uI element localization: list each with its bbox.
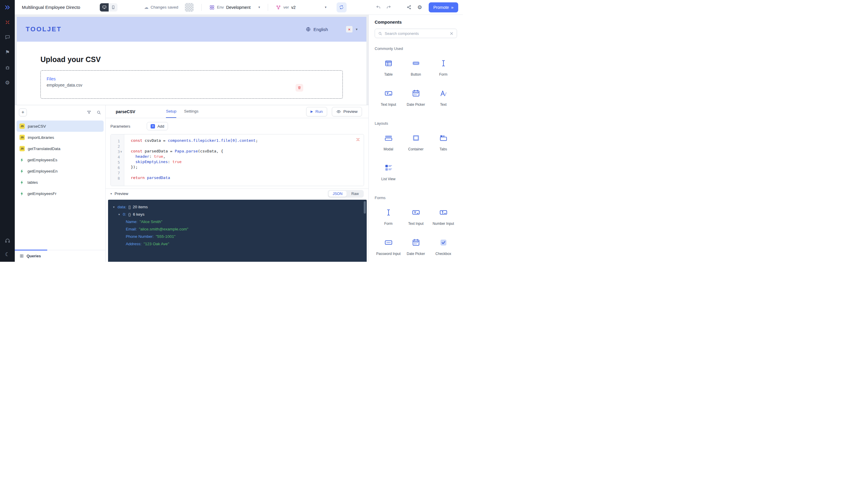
js-query-icon: JS bbox=[20, 135, 25, 140]
app-name-input[interactable]: Multilingual Employee Directory bbox=[22, 5, 80, 10]
query-list-item[interactable]: JSgetTranslatedData bbox=[17, 143, 104, 154]
tab-setup[interactable]: Setup bbox=[166, 105, 176, 118]
query-name: parseCSV bbox=[28, 124, 46, 128]
promote-button[interactable]: Promote » bbox=[429, 2, 458, 12]
language-switcher[interactable]: English × ▾ bbox=[306, 26, 358, 32]
component-card-date-picker[interactable]: Date Picker bbox=[402, 236, 430, 256]
component-card-container[interactable]: Container bbox=[402, 132, 430, 151]
expand-editor-icon[interactable] bbox=[356, 137, 360, 142]
code-line bbox=[131, 170, 364, 175]
js-query-icon: JS bbox=[20, 123, 25, 129]
mobile-icon[interactable] bbox=[108, 3, 118, 11]
query-list-item[interactable]: JSparseCSV bbox=[17, 120, 104, 132]
app-settings-icon[interactable]: ⚙ bbox=[417, 4, 422, 11]
json-tree-row[interactable]: ▼0:{}6 keys bbox=[112, 211, 367, 218]
device-toggle[interactable] bbox=[100, 3, 118, 11]
query-title: parseCSV bbox=[116, 109, 135, 114]
component-card-text-input[interactable]: Text Input bbox=[375, 87, 402, 107]
component-card-text-input[interactable]: Text Input bbox=[402, 206, 430, 226]
bug-icon[interactable] bbox=[5, 65, 10, 70]
preview-button[interactable]: Preview bbox=[332, 107, 362, 116]
query-list: + JSparseCSVJSimportLibrariesJSgetTransl… bbox=[15, 105, 106, 262]
components-title: Components bbox=[375, 20, 457, 25]
query-list-item[interactable]: JSimportLibraries bbox=[17, 132, 104, 143]
collapse-arrow-icon[interactable]: ▾ bbox=[111, 192, 112, 195]
tooljet-logo-icon[interactable] bbox=[0, 0, 15, 15]
debugger-flag-icon[interactable]: ⚑ bbox=[5, 49, 10, 56]
add-query-button[interactable]: + bbox=[19, 109, 27, 116]
tab-settings[interactable]: Settings bbox=[184, 105, 198, 118]
line-number: 8 bbox=[111, 175, 124, 181]
component-card-form[interactable]: Form bbox=[430, 57, 457, 77]
component-card-tabs[interactable]: Tabs bbox=[430, 132, 457, 151]
json-tree-row[interactable]: ▼data:[]20 items bbox=[112, 203, 367, 211]
component-card-list-view[interactable]: List View bbox=[375, 161, 402, 181]
app-body: Upload your CSV Files employee_data.csv bbox=[17, 42, 366, 99]
component-card-date-picker[interactable]: Date Picker bbox=[402, 87, 430, 107]
version-value: v2 bbox=[291, 5, 296, 10]
tabs-icon bbox=[437, 132, 450, 144]
json-tree-row[interactable]: Email:"alice.smith@example.com" bbox=[112, 225, 367, 233]
component-card-text[interactable]: Text bbox=[430, 87, 457, 107]
code-editor[interactable]: 123∨45678 const csvData = components.fil… bbox=[111, 134, 364, 186]
mode-raw[interactable]: Raw bbox=[347, 191, 363, 197]
workflow-zap-icon bbox=[20, 157, 25, 163]
clear-search-icon[interactable] bbox=[450, 31, 454, 36]
query-list-item[interactable]: getEmployeesEs bbox=[17, 154, 104, 166]
json-key: Address: bbox=[126, 242, 142, 246]
query-list-item[interactable]: lables bbox=[17, 177, 104, 188]
component-card-checkbox[interactable]: Checkbox bbox=[430, 236, 457, 256]
mode-json[interactable]: JSON bbox=[329, 191, 347, 197]
json-tree-row[interactable]: Phone Number:"555-1001" bbox=[112, 233, 367, 240]
json-tree-row[interactable]: Address:"123 Oak Ave" bbox=[112, 240, 367, 248]
component-card-table[interactable]: Table bbox=[375, 57, 402, 77]
settings-gear-icon[interactable]: ⚙ bbox=[5, 80, 10, 86]
search-icon[interactable] bbox=[96, 110, 101, 115]
environment-dropdown[interactable]: Env Development ▾ bbox=[209, 5, 260, 10]
query-name: getEmployeesEs bbox=[27, 158, 57, 162]
json-tree-row[interactable]: Name:"Alice Smith" bbox=[112, 218, 367, 225]
expand-arrow-icon[interactable]: ▼ bbox=[112, 206, 116, 208]
pages-icon[interactable] bbox=[5, 20, 10, 25]
component-card-button[interactable]: Button bbox=[402, 57, 430, 77]
add-label: Add bbox=[157, 124, 164, 128]
divider bbox=[268, 4, 268, 11]
filepicker-files-link[interactable]: Files bbox=[46, 77, 337, 81]
comments-icon[interactable] bbox=[5, 34, 10, 40]
filepicker-filename: employee_data.csv bbox=[46, 83, 337, 87]
language-flag-image[interactable]: × bbox=[346, 26, 352, 32]
desktop-icon[interactable] bbox=[100, 3, 108, 11]
component-card-password-input[interactable]: Password Input bbox=[375, 236, 402, 256]
parameters-label: Parameters bbox=[111, 124, 130, 128]
share-button[interactable] bbox=[407, 5, 411, 10]
add-parameter-button[interactable]: + Add bbox=[147, 122, 168, 130]
app-canvas[interactable]: TOOLJET English × ▾ Upload your CSV File… bbox=[17, 17, 366, 105]
json-type-badge: {} bbox=[128, 212, 131, 216]
expand-arrow-icon[interactable]: ▼ bbox=[118, 213, 121, 216]
component-card-modal[interactable]: Modal bbox=[375, 132, 402, 151]
search-icon bbox=[378, 31, 382, 36]
filter-icon[interactable] bbox=[87, 110, 92, 115]
component-card-form[interactable]: Form bbox=[375, 206, 402, 226]
redo-button[interactable] bbox=[386, 5, 391, 10]
run-button[interactable]: ▶ Run bbox=[306, 107, 327, 116]
search-components-input[interactable] bbox=[385, 31, 447, 36]
avatar[interactable] bbox=[185, 3, 194, 12]
version-dropdown[interactable]: ver v2 ▾ bbox=[276, 5, 327, 10]
workflow-zap-icon bbox=[20, 169, 25, 174]
app-brand-text: TOOLJET bbox=[26, 25, 62, 33]
query-list-item[interactable]: getEmployeesFr bbox=[17, 188, 104, 199]
preview-section-label: Preview bbox=[115, 192, 128, 196]
undo-button[interactable] bbox=[376, 5, 381, 10]
query-list-item[interactable]: getEmployeesEn bbox=[17, 166, 104, 177]
support-icon[interactable] bbox=[5, 238, 10, 243]
app-header-widget[interactable]: TOOLJET English × ▾ bbox=[17, 17, 366, 42]
component-card-number-input[interactable]: Number Input bbox=[430, 206, 457, 226]
sync-button[interactable] bbox=[337, 2, 347, 12]
fold-arrow-icon[interactable]: ∨ bbox=[120, 150, 123, 153]
theme-moon-icon[interactable]: ☾ bbox=[5, 251, 10, 258]
delete-file-button[interactable] bbox=[296, 84, 303, 92]
scrollbar-thumb[interactable] bbox=[364, 201, 366, 213]
queries-tab[interactable]: Queries bbox=[15, 250, 105, 262]
filepicker-widget[interactable]: Files employee_data.csv bbox=[40, 70, 343, 99]
